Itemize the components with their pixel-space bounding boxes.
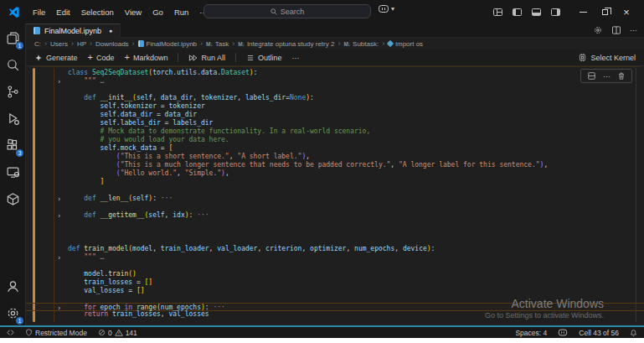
code-line[interactable]: self.mock_data = [ bbox=[26, 144, 644, 153]
delete-cell-trash-icon[interactable] bbox=[617, 71, 626, 81]
code-line[interactable] bbox=[26, 186, 644, 195]
code-line[interactable]: self.labels_dir = labels_dir bbox=[26, 119, 644, 127]
code-line[interactable] bbox=[26, 203, 644, 211]
toggle-primary-sidebar-icon[interactable] bbox=[513, 8, 522, 16]
code-token: … bbox=[96, 253, 105, 261]
code-line[interactable]: ("This is a much longer sentence that ne… bbox=[26, 161, 644, 169]
add-markdown-cell-button[interactable]: + Markdown bbox=[124, 53, 167, 62]
code-line[interactable]: # you would load your data here. bbox=[26, 136, 644, 144]
toolbar-more-icon[interactable]: ··· bbox=[292, 54, 300, 62]
code-line[interactable] bbox=[26, 236, 644, 245]
modified-dot-icon[interactable]: ● bbox=[109, 28, 112, 34]
toggle-panel-icon[interactable] bbox=[532, 8, 541, 16]
code-token bbox=[68, 270, 84, 278]
fold-collapsed-icon[interactable]: › bbox=[57, 77, 61, 86]
menu-run[interactable]: Run bbox=[169, 5, 193, 19]
run-debug-icon[interactable] bbox=[3, 110, 22, 127]
fold-collapsed-icon[interactable]: › bbox=[57, 195, 61, 203]
menu-go[interactable]: Go bbox=[147, 5, 168, 19]
code-line[interactable]: › def __len__(self): ··· bbox=[26, 195, 644, 203]
outline-button[interactable]: Outline bbox=[246, 54, 282, 62]
code-token: = bbox=[157, 102, 168, 110]
code-line[interactable]: def __init__(self, data_dir, tokenizer, … bbox=[26, 94, 644, 102]
code-line[interactable] bbox=[26, 86, 644, 94]
code-line[interactable]: train_losses = [] bbox=[26, 278, 644, 287]
source-control-icon[interactable] bbox=[3, 83, 22, 101]
split-cell-icon[interactable] bbox=[587, 71, 596, 81]
copilot-button[interactable]: ▾ bbox=[379, 5, 394, 13]
accounts-icon[interactable] bbox=[3, 278, 22, 295]
gear-icon[interactable] bbox=[593, 25, 603, 35]
breadcrumb-item[interactable]: FinalModel.ipynb bbox=[138, 40, 197, 48]
code-line[interactable]: self.tokenizer = tokenizer bbox=[26, 102, 644, 111]
copilot-status-icon[interactable] bbox=[559, 330, 567, 336]
indentation-item[interactable]: Spaces: 4 bbox=[515, 329, 547, 337]
breadcrumb-item[interactable]: C: bbox=[34, 40, 41, 48]
code-line[interactable]: › """ … bbox=[26, 253, 644, 262]
code-token: data_dir bbox=[165, 111, 198, 118]
generate-button[interactable]: Generate bbox=[34, 54, 78, 62]
breadcrumb-item[interactable]: M↓Integrate optuna study retry 2 bbox=[238, 40, 334, 48]
code-line[interactable]: def train_model(model, train_loader, val… bbox=[26, 245, 644, 253]
code-token: """ bbox=[84, 253, 95, 261]
code-token: [] bbox=[145, 278, 153, 286]
code-line[interactable]: › def __getitem__(self, idx): ··· bbox=[26, 211, 644, 220]
code-token bbox=[68, 161, 116, 169]
breadcrumb-item[interactable]: M↓Subtask: bbox=[343, 40, 379, 48]
code-line[interactable]: ] bbox=[26, 178, 644, 186]
tab-finalmodel[interactable]: FinalModel.ipynb ● bbox=[26, 23, 121, 37]
watermark-title: Activate Windows bbox=[485, 297, 604, 310]
code-line[interactable] bbox=[26, 220, 644, 228]
breadcrumb-item[interactable]: HP bbox=[77, 40, 86, 48]
code-line[interactable]: val_losses = [] bbox=[26, 287, 644, 295]
code-token: self bbox=[100, 144, 116, 152]
code-line[interactable] bbox=[26, 228, 644, 236]
cell-position-item[interactable]: Cell 43 of 56 bbox=[579, 329, 619, 337]
minimize-button[interactable] bbox=[572, 1, 594, 23]
search-input[interactable]: Search bbox=[204, 4, 371, 18]
code-token: "Hello world." bbox=[121, 169, 177, 177]
more-actions-icon[interactable]: ··· bbox=[630, 26, 637, 34]
breadcrumb-item[interactable]: Downloads bbox=[95, 40, 129, 48]
fold-collapsed-icon[interactable]: › bbox=[57, 211, 61, 220]
code-line[interactable]: # Mock data to demonstrate functionality… bbox=[26, 127, 644, 136]
remote-explorer-icon[interactable] bbox=[3, 164, 22, 181]
remote-indicator[interactable] bbox=[7, 329, 14, 336]
notifications-bell-icon[interactable] bbox=[630, 329, 637, 337]
toggle-secondary-sidebar-icon[interactable] bbox=[551, 8, 560, 16]
notebook-cell-editor[interactable]: class Seq2SeqDataset(torch.utils.data.Da… bbox=[26, 66, 644, 325]
code-token: Dataset bbox=[221, 69, 250, 76]
select-kernel-button[interactable]: Select Kernel bbox=[578, 53, 636, 62]
restore-button[interactable] bbox=[594, 1, 616, 23]
cell-more-actions-icon[interactable]: ··· bbox=[603, 72, 611, 81]
extensions-icon[interactable]: 3 bbox=[3, 137, 22, 154]
add-code-cell-button[interactable]: + Code bbox=[88, 53, 115, 62]
menu-file[interactable]: File bbox=[28, 5, 50, 19]
menu-selection[interactable]: Selection bbox=[76, 5, 119, 19]
code-line[interactable] bbox=[26, 262, 644, 270]
settings-gear-icon[interactable]: 1 bbox=[3, 304, 22, 322]
explorer-icon[interactable]: 1 bbox=[3, 29, 22, 47]
code-line[interactable]: › """ … bbox=[26, 77, 644, 86]
code-line[interactable]: self.data_dir = data_dir bbox=[26, 111, 644, 119]
code-area[interactable]: class Seq2SeqDataset(torch.utils.data.Da… bbox=[26, 69, 644, 319]
problems-item[interactable]: 0 141 bbox=[98, 329, 137, 337]
breadcrumb-item[interactable]: import os bbox=[388, 40, 423, 48]
code-line[interactable]: model.train() bbox=[26, 270, 644, 278]
code-line[interactable]: class Seq2SeqDataset(torch.utils.data.Da… bbox=[26, 69, 644, 77]
breadcrumb-item[interactable]: M↓Task bbox=[206, 40, 229, 48]
close-button[interactable]: × bbox=[616, 1, 637, 23]
run-all-button[interactable]: Run All bbox=[188, 54, 225, 62]
code-token: = bbox=[157, 144, 168, 152]
restricted-mode-item[interactable]: Restricted Mode bbox=[25, 329, 87, 337]
package-cube-icon[interactable] bbox=[3, 190, 22, 208]
search-view-icon[interactable] bbox=[3, 56, 22, 74]
code-line[interactable]: ("This is a short sentence.", "A short l… bbox=[26, 153, 644, 161]
menu-view[interactable]: View bbox=[120, 5, 147, 19]
split-editor-icon[interactable] bbox=[611, 25, 621, 35]
breadcrumb-item[interactable]: Users bbox=[50, 40, 68, 48]
code-line[interactable]: ("Hello world.", "Simple."), bbox=[26, 169, 644, 178]
fold-collapsed-icon[interactable]: › bbox=[57, 253, 61, 262]
customize-layout-icon[interactable] bbox=[493, 8, 502, 16]
menu-edit[interactable]: Edit bbox=[51, 5, 75, 19]
